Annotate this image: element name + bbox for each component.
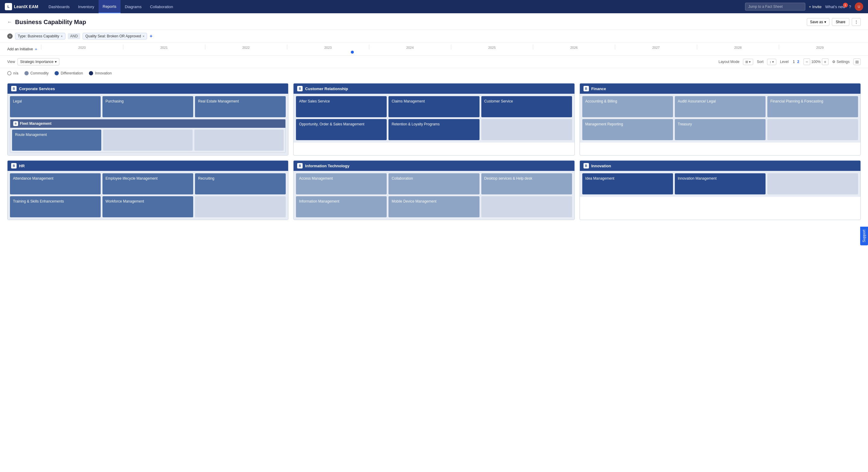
brand-label: LeanIX EAM (14, 4, 38, 9)
year-2029: 2029 (779, 44, 861, 50)
it-title: Information Technology (305, 164, 349, 168)
corporate-services-title: Corporate Services (19, 87, 55, 91)
help-icon[interactable]: ? (849, 4, 851, 9)
cap-cell-workforce[interactable]: Workforce Management (102, 196, 193, 217)
cap-cell-access-management[interactable]: Access Management (296, 173, 387, 194)
cap-cell-desktop-services[interactable]: Desktop services & Help desk (481, 173, 572, 194)
invite-button[interactable]: + Invite (809, 4, 822, 9)
nav-dashboards[interactable]: Dashboards (44, 0, 74, 13)
cap-cell-mobile-device[interactable]: Mobile Device Management (389, 196, 479, 217)
cap-cell-claims[interactable]: Claims Management (389, 96, 479, 117)
zoom-controls: − 100% + (804, 59, 829, 65)
filter-tag-quality-remove[interactable]: × (143, 34, 144, 38)
cap-cell-innovation-management[interactable]: Innovation Management (675, 173, 766, 194)
customer-relationship-title: Customer Relationship (305, 87, 348, 91)
finance-title: Finance (591, 87, 606, 91)
cap-cell-route-management[interactable]: Route Management (12, 130, 101, 151)
cap-cell-real-estate[interactable]: Real Estate Management (195, 96, 286, 117)
nav-inventory[interactable]: Inventory (74, 0, 98, 13)
section-innovation-header: B Innovation (580, 161, 861, 171)
filter-tag-type-remove[interactable]: × (61, 34, 62, 38)
cap-cell-collaboration[interactable]: Collaboration (389, 173, 479, 194)
legend-dot-differentiation (55, 71, 59, 75)
nav-collaboration[interactable]: Collaboration (146, 0, 178, 13)
nav-reports[interactable]: Reports (98, 0, 121, 13)
zoom-value: 100% (811, 60, 821, 64)
view-select[interactable]: Strategic Importance ▾ (18, 58, 59, 65)
filter-clear-button[interactable]: × (7, 33, 13, 39)
section-hr-header: B HR (7, 161, 288, 171)
innovation-title: Innovation (591, 164, 611, 168)
cap-cell-recruiting[interactable]: Recruiting (195, 173, 286, 194)
brand[interactable]: L LeanIX EAM (5, 3, 38, 10)
page-title: Business Capability Map (15, 19, 86, 26)
cap-cell-financial-planning[interactable]: Financial Planning & Forecasting (767, 96, 858, 117)
nav-diagrams[interactable]: Diagrams (121, 0, 146, 13)
year-2020: 2020 (41, 44, 123, 50)
timeline-years: 2020 2021 2022 2023 2024 2025 2026 2027 … (41, 44, 861, 50)
zoom-plus-button[interactable]: + (822, 59, 829, 65)
cap-cell-training[interactable]: Training & Skills Enhancements (10, 196, 101, 217)
support-button-container: Support (860, 227, 868, 245)
avatar[interactable]: U (855, 2, 863, 11)
customer-relationship-badge: B (297, 86, 303, 91)
support-button[interactable]: Support (860, 227, 868, 245)
cap-cell-idea-management[interactable]: Idea Management (582, 173, 673, 194)
cap-cell-empty-1 (103, 130, 192, 151)
timeline-ruler: 2020 2021 2022 2023 2024 2025 2026 2027 … (41, 44, 861, 54)
settings-button[interactable]: ⚙ Settings (832, 60, 849, 64)
filter-add-button[interactable]: + (150, 33, 152, 39)
search-container (745, 3, 805, 10)
section-customer-relationship-header: B Customer Relationship (293, 84, 574, 94)
main-content: ← Business Capability Map Save as ▾ Shar… (0, 13, 868, 472)
level-label: Level (780, 60, 789, 64)
cap-cell-management-reporting[interactable]: Management Reporting (582, 119, 673, 140)
year-2027: 2027 (615, 44, 697, 50)
whats-new-button[interactable]: What's new 1 (825, 4, 845, 9)
cap-cell-audit[interactable]: Audit/ Assurance/ Legal (675, 96, 766, 117)
cap-cell-employee-lifecycle[interactable]: Employee lifecycle Management (102, 173, 193, 194)
cap-cell-opportunity[interactable]: Opportunity, Order & Sales Management (296, 119, 387, 140)
cap-cell-after-sales[interactable]: After Sales Service (296, 96, 387, 117)
fleet-badge: B (13, 121, 18, 126)
level-1-button[interactable]: 1 (792, 60, 796, 64)
layout-mode-button[interactable]: ⊞ ▾ (743, 59, 753, 65)
cap-cell-empty-finance (767, 119, 858, 140)
layout-mode-label: Layout Mode (718, 60, 739, 64)
fleet-title: Fleet Management (20, 122, 52, 126)
legend-na: n/a (7, 71, 19, 75)
cap-cell-legal[interactable]: Legal (10, 96, 101, 117)
cap-cell-customer-service[interactable]: Customer Service (481, 96, 572, 117)
share-button[interactable]: Share (832, 18, 849, 26)
section-finance-header: B Finance (580, 84, 861, 94)
cap-cell-attendance[interactable]: Attendance Management (10, 173, 101, 194)
timeline-bar: Add an Initiative + 2020 2021 2022 2023 … (0, 43, 868, 56)
search-input[interactable] (745, 3, 805, 10)
more-button[interactable]: ⋮ (852, 18, 861, 26)
grid-view-button[interactable]: ▤ (853, 59, 861, 65)
nav-right: + Invite What's new 1 ? U (809, 2, 863, 11)
cap-cell-treasury[interactable]: Treasury (675, 119, 766, 140)
legend-dot-commodity (24, 71, 29, 75)
sort-button[interactable]: ↕ ▾ (767, 59, 776, 65)
timeline-add-button[interactable]: + (35, 47, 37, 52)
filter-tag-quality: Quality Seal: Broken OR Approved × (83, 33, 147, 39)
cap-cell-information-management[interactable]: Information Management (296, 196, 387, 217)
level-2-button[interactable]: 2 (797, 60, 800, 64)
cap-cell-purchasing[interactable]: Purchasing (102, 96, 193, 117)
header-actions: Save as ▾ Share ⋮ (807, 18, 861, 26)
section-it-header: B Information Technology (293, 161, 574, 171)
title-area: ← Business Capability Map (7, 19, 86, 26)
save-as-button[interactable]: Save as ▾ (807, 18, 830, 26)
cap-cell-accounting[interactable]: Accounting & Billing (582, 96, 673, 117)
section-corporate-services-header: B Corporate Services (7, 84, 288, 94)
cap-cell-retention[interactable]: Retention & Loyalty Programs (389, 119, 479, 140)
section-hr: B HR Attendance Management Employee life… (7, 160, 288, 220)
year-2022: 2022 (205, 44, 287, 50)
year-2026: 2026 (533, 44, 615, 50)
cap-cell-empty-innovation (767, 173, 858, 194)
zoom-minus-button[interactable]: − (804, 59, 810, 65)
back-button[interactable]: ← (7, 19, 12, 25)
cap-cell-empty-2 (194, 130, 284, 151)
innovation-badge: B (584, 163, 589, 168)
